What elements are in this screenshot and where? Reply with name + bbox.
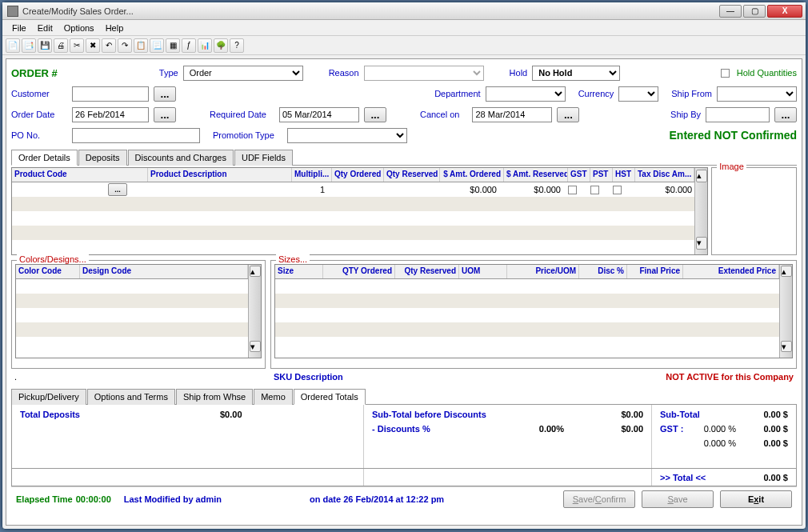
tab-pickup[interactable]: Pickup/Delivery (11, 389, 86, 405)
orderdate-lookup-button[interactable]: ... (154, 107, 176, 122)
toolbar-new-icon[interactable]: 📄 (6, 38, 20, 53)
col-sz-final[interactable]: Final Price (627, 265, 683, 278)
promo-label: Promotion Type (213, 130, 274, 140)
shipby-lookup-button[interactable]: ... (774, 107, 797, 122)
menu-help[interactable]: Help (101, 22, 129, 34)
col-gst[interactable]: GST (568, 168, 590, 182)
toolbar-help-icon[interactable]: ? (230, 38, 244, 53)
gst-checkbox[interactable] (568, 186, 577, 194)
col-tax-disc[interactable]: Tax Disc Am... (635, 168, 694, 182)
product-row-empty (12, 226, 694, 240)
shipfrom-label: Ship From (671, 89, 712, 98)
hst-checkbox[interactable] (613, 186, 622, 194)
pst-checkbox[interactable] (590, 186, 599, 194)
hold-select[interactable]: No Hold (532, 66, 620, 81)
department-select[interactable] (486, 86, 566, 102)
toolbar-fx-icon[interactable]: ƒ (182, 38, 196, 53)
currency-select[interactable] (618, 86, 658, 102)
shipby-input[interactable] (706, 107, 770, 122)
promo-select[interactable] (287, 128, 407, 143)
toolbar-tree-icon[interactable]: 🌳 (214, 38, 228, 53)
col-amt-reserved[interactable]: $ Amt. Reserved (504, 168, 568, 182)
close-button[interactable]: X (767, 5, 802, 18)
toolbar-cut-icon[interactable]: ✂ (70, 38, 84, 53)
menu-options[interactable]: Options (59, 22, 99, 34)
blank-value: 0.00 $ (763, 438, 788, 453)
toolbar-print-icon[interactable]: 🖨 (54, 38, 68, 53)
pono-input[interactable] (72, 128, 200, 143)
hold-qty-checkbox[interactable] (721, 69, 730, 78)
subtotal-before-value: $0.00 (621, 410, 643, 424)
sizes-scrollbar[interactable]: ▴▾ (779, 265, 792, 358)
col-pst[interactable]: PST (590, 168, 613, 182)
menu-file[interactable]: File (7, 22, 31, 34)
col-sz-qtyres[interactable]: Qty Reserved (395, 265, 459, 278)
col-sz-ext[interactable]: Extended Price (683, 265, 779, 278)
orderdate-input[interactable] (72, 107, 149, 122)
total-deposits-label: Total Deposits (20, 410, 220, 463)
elapsed-label: Elapsed Time (16, 494, 73, 504)
grid-scrollbar[interactable]: ▴▾ (694, 168, 707, 254)
col-hst[interactable]: HST (613, 168, 635, 182)
col-sz-price[interactable]: Price/UOM (507, 265, 579, 278)
col-qty-ordered[interactable]: Qty Ordered (332, 168, 384, 182)
toolbar-doc-icon[interactable]: 📋 (134, 38, 148, 53)
toolbar-list-icon[interactable]: 📃 (150, 38, 164, 53)
col-design-code[interactable]: Design Code (80, 265, 248, 278)
tab-order-details[interactable]: Order Details (11, 150, 78, 166)
tab-ordered-totals[interactable]: Ordered Totals (294, 389, 366, 405)
col-color-code[interactable]: Color Code (16, 265, 80, 278)
product-lookup-button[interactable]: ... (108, 183, 127, 196)
discounts-label: - Discounts % (372, 424, 500, 438)
toolbar-copy-icon[interactable]: 📑 (22, 38, 36, 53)
shipfrom-select[interactable] (717, 86, 797, 102)
toolbar-grid-icon[interactable]: ▦ (166, 38, 180, 53)
not-active-label: NOT ACTIVE for this Company (666, 372, 794, 382)
gst-value: 0.00 $ (763, 424, 788, 438)
tab-memo[interactable]: Memo (254, 389, 293, 405)
toolbar-close-icon[interactable]: ✖ (86, 38, 100, 53)
col-product-desc[interactable]: Product Description (148, 168, 292, 182)
cancel-input[interactable] (472, 107, 552, 122)
blank-pct: 0.000 % (692, 438, 736, 453)
toolbar-save-icon[interactable]: 💾 (38, 38, 52, 53)
department-label: Department (434, 89, 480, 98)
tab-discounts[interactable]: Discounts and Charges (128, 150, 234, 166)
col-multiplier[interactable]: Multipli... (292, 168, 332, 182)
col-sz-uom[interactable]: UOM (459, 265, 507, 278)
colors-legend: Colors/Designs... (17, 254, 89, 264)
save-confirm-button[interactable]: Save/Confirm (563, 490, 635, 508)
col-size[interactable]: Size (275, 265, 323, 278)
customer-lookup-button[interactable]: ... (154, 86, 176, 102)
tab-udf[interactable]: UDF Fields (234, 150, 293, 166)
hold-label: Hold (510, 68, 528, 78)
save-button[interactable]: Save (642, 490, 714, 508)
toolbar-chart-icon[interactable]: 📊 (198, 38, 212, 53)
toolbar: 📄 📑 💾 🖨 ✂ ✖ ↶ ↷ 📋 📃 ▦ ƒ 📊 🌳 ? (2, 36, 806, 55)
minimize-button[interactable]: — (719, 5, 742, 18)
customer-input[interactable] (72, 86, 149, 102)
reqdate-input[interactable] (279, 107, 359, 122)
reqdate-lookup-button[interactable]: ... (364, 107, 386, 122)
product-row[interactable]: ... 1 $0.000 $0.000 $0.000 (12, 182, 694, 197)
col-amt-ordered[interactable]: $ Amt. Ordered (440, 168, 504, 182)
col-qty-reserved[interactable]: Qty Reserved (384, 168, 440, 182)
type-select[interactable]: Order (183, 66, 303, 81)
colors-scrollbar[interactable]: ▴▾ (248, 265, 261, 358)
toolbar-redo-icon[interactable]: ↷ (118, 38, 132, 53)
tab-ship-whse[interactable]: Ship from Whse (176, 389, 253, 405)
col-sz-qtyord[interactable]: QTY Ordered (323, 265, 395, 278)
col-product-code[interactable]: Product Code (12, 168, 148, 182)
maximize-button[interactable]: ▢ (743, 5, 766, 18)
gst-pct: 0.000 % (692, 424, 736, 438)
cancel-lookup-button[interactable]: ... (557, 107, 579, 122)
menu-edit[interactable]: Edit (33, 22, 58, 34)
cell-multiplier: 1 (287, 184, 327, 195)
reason-select[interactable] (364, 66, 484, 81)
tab-options-terms[interactable]: Options and Terms (87, 389, 175, 405)
col-sz-disc[interactable]: Disc % (579, 265, 627, 278)
tab-deposits[interactable]: Deposits (78, 150, 127, 166)
exit-button[interactable]: Exit (720, 490, 792, 508)
cell-amt-ordered: $0.000 (435, 184, 499, 195)
toolbar-undo-icon[interactable]: ↶ (102, 38, 116, 53)
